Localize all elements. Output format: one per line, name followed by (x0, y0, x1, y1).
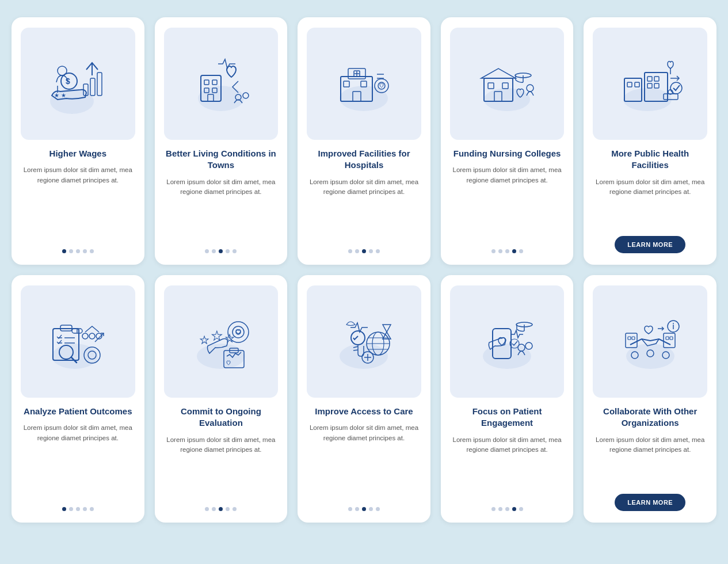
dot-2[interactable] (505, 507, 509, 511)
dot-2[interactable] (362, 249, 366, 253)
dot-2[interactable] (505, 249, 509, 253)
svg-rect-13 (212, 80, 217, 85)
dot-1[interactable] (498, 249, 502, 253)
card-patient-engagement: Focus on Patient EngagementLorem ipsum d… (441, 275, 574, 523)
card-dots-higher-wages (62, 249, 94, 253)
dot-0[interactable] (62, 507, 66, 511)
dot-0[interactable] (62, 249, 66, 253)
dot-3[interactable] (369, 249, 373, 253)
card-body-improved-facilities: Lorem ipsum dolor sit dim amet, mea regi… (307, 177, 421, 242)
svg-point-36 (527, 85, 533, 92)
card-icon-area-higher-wages: $ ★ ★ (21, 28, 135, 140)
svg-rect-42 (647, 77, 652, 81)
dot-1[interactable] (498, 507, 502, 511)
svg-point-62 (89, 333, 95, 339)
dot-3[interactable] (83, 249, 87, 253)
card-dots-patient-engagement (491, 507, 523, 511)
dot-2[interactable] (76, 507, 80, 511)
dot-1[interactable] (355, 507, 359, 511)
dot-2[interactable] (219, 507, 223, 511)
card-title-commit-evaluation: Commit to Ongoing Evaluation (164, 406, 279, 429)
svg-rect-43 (654, 77, 659, 81)
svg-rect-95 (664, 333, 675, 348)
svg-text:★: ★ (200, 334, 209, 346)
card-dots-analyze-patient (62, 507, 94, 511)
dot-3[interactable] (512, 249, 516, 253)
card-body-patient-engagement: Lorem ipsum dolor sit dim amet, mea regi… (450, 435, 565, 500)
card-icon-area-patient-engagement (450, 285, 565, 398)
dot-2[interactable] (219, 249, 223, 253)
card-dots-improve-access (348, 507, 380, 511)
dot-4[interactable] (232, 507, 237, 511)
svg-rect-32 (488, 83, 494, 89)
dot-2[interactable] (362, 507, 366, 511)
card-public-health: More Public Health FacilitiesLorem ipsum… (584, 17, 716, 265)
card-icon-area-analyze-patient (21, 285, 135, 398)
svg-point-71 (232, 326, 244, 338)
dot-0[interactable] (348, 249, 352, 253)
dot-1[interactable] (212, 249, 216, 253)
learn-more-button-collaborate[interactable]: LEARN MORE (615, 494, 685, 511)
svg-point-19 (340, 86, 388, 111)
dot-3[interactable] (369, 507, 373, 511)
dot-0[interactable] (491, 507, 496, 511)
svg-point-7 (58, 66, 67, 75)
svg-point-70 (228, 322, 249, 342)
dot-4[interactable] (90, 507, 94, 511)
dot-1[interactable] (69, 249, 73, 253)
svg-rect-94 (632, 337, 635, 340)
card-improve-access: Improve Access to CareLorem ipsum dolor … (298, 275, 430, 523)
svg-rect-97 (670, 337, 673, 340)
svg-point-103 (673, 323, 674, 324)
svg-rect-40 (627, 82, 632, 87)
card-body-analyze-patient: Lorem ipsum dolor sit dim amet, mea regi… (21, 423, 135, 499)
dot-4[interactable] (376, 507, 380, 511)
dot-1[interactable] (69, 507, 73, 511)
svg-rect-93 (628, 337, 631, 340)
svg-text:★: ★ (211, 329, 223, 343)
dot-2[interactable] (76, 249, 80, 253)
dot-4[interactable] (519, 249, 523, 253)
dot-3[interactable] (83, 507, 87, 511)
dot-4[interactable] (90, 249, 94, 253)
svg-rect-92 (626, 333, 637, 348)
dot-1[interactable] (355, 249, 359, 253)
dot-4[interactable] (519, 507, 523, 511)
dot-0[interactable] (491, 249, 496, 253)
svg-rect-41 (635, 82, 639, 87)
svg-rect-25 (344, 81, 349, 87)
dot-0[interactable] (205, 507, 209, 511)
card-higher-wages: $ ★ ★ Higher WagesLorem ipsum dolor sit … (12, 17, 144, 265)
card-analyze-patient: Analyze Patient OutcomesLorem ipsum dolo… (12, 275, 144, 523)
dot-3[interactable] (226, 249, 230, 253)
dot-4[interactable] (376, 249, 380, 253)
card-title-improve-access: Improve Access to Care (315, 406, 413, 417)
dot-3[interactable] (226, 507, 230, 511)
dot-0[interactable] (348, 507, 352, 511)
card-body-public-health: Lorem ipsum dolor sit dim amet, mea regi… (593, 177, 707, 228)
card-better-living: Better Living Conditions in TownsLorem i… (155, 17, 288, 265)
card-icon-area-public-health (593, 28, 707, 140)
svg-rect-45 (654, 83, 659, 88)
card-body-higher-wages: Lorem ipsum dolor sit dim amet, mea regi… (21, 165, 135, 241)
card-dots-funding-nursing (491, 249, 523, 253)
card-collaborate: Collaborate With Other OrganizationsLore… (584, 275, 716, 523)
card-body-funding-nursing: Lorem ipsum dolor sit dim amet, mea regi… (450, 165, 565, 241)
dot-0[interactable] (205, 249, 209, 253)
svg-rect-96 (666, 337, 669, 340)
svg-point-47 (670, 82, 682, 94)
card-body-collaborate: Lorem ipsum dolor sit dim amet, mea regi… (593, 435, 707, 486)
card-icon-area-improved-facilities (307, 28, 421, 140)
svg-rect-44 (647, 83, 652, 88)
card-grid: $ ★ ★ Higher WagesLorem ipsum dolor sit … (12, 17, 716, 523)
dot-1[interactable] (212, 507, 216, 511)
dot-4[interactable] (232, 249, 237, 253)
svg-point-85 (483, 344, 531, 369)
card-title-patient-engagement: Focus on Patient Engagement (450, 406, 565, 429)
svg-rect-5 (97, 73, 102, 96)
learn-more-button-public-health[interactable]: LEARN MORE (615, 236, 685, 253)
dot-3[interactable] (512, 507, 516, 511)
svg-point-89 (525, 342, 532, 349)
svg-point-76 (351, 331, 365, 345)
svg-rect-12 (204, 80, 209, 85)
